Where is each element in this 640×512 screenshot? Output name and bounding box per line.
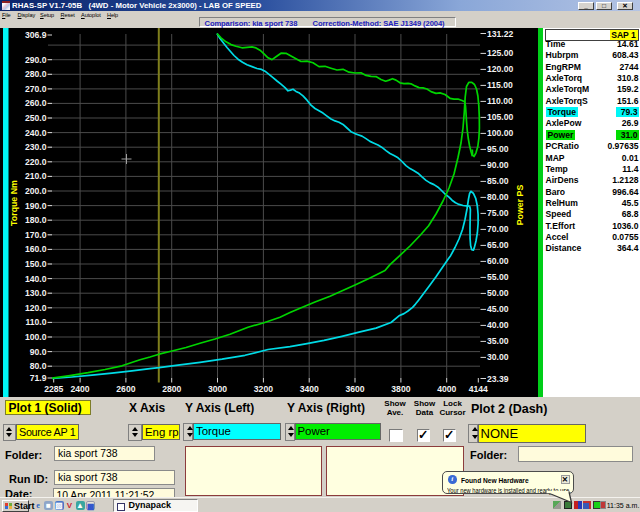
svg-text:30.00: 30.00 [487,352,509,362]
svg-text:270.0: 270.0 [25,84,47,94]
svg-text:210.0: 210.0 [25,171,47,181]
svg-text:250.0: 250.0 [25,113,47,123]
svg-text:150.0: 150.0 [25,259,47,269]
svg-text:23.39: 23.39 [487,374,509,384]
svg-text:110.00: 110.00 [487,96,513,106]
svg-text:160.0: 160.0 [25,244,47,254]
svg-text:2400: 2400 [71,384,90,394]
svg-text:120.0: 120.0 [25,303,47,313]
svg-text:125.00: 125.00 [487,48,514,58]
svg-text:105.00: 105.00 [487,112,514,122]
svg-text:85.00: 85.00 [487,176,509,186]
svg-text:290.0: 290.0 [25,55,47,65]
svg-text:80.00: 80.00 [487,192,509,202]
svg-text:75.00: 75.00 [487,208,509,218]
svg-text:3400: 3400 [300,384,319,394]
svg-text:90.0: 90.0 [30,347,47,357]
svg-text:55.00: 55.00 [487,272,509,282]
svg-text:90.00: 90.00 [487,160,509,170]
svg-text:2285: 2285 [44,384,63,394]
svg-text:220.0: 220.0 [25,157,47,167]
svg-text:71.9: 71.9 [30,373,47,383]
svg-text:Torque Nm: Torque Nm [9,180,19,226]
svg-text:2600: 2600 [116,384,135,394]
svg-text:50.00: 50.00 [487,288,509,298]
svg-text:130.0: 130.0 [25,288,47,298]
svg-text:35.00: 35.00 [487,336,509,346]
svg-text:170.0: 170.0 [25,230,47,240]
svg-text:65.00: 65.00 [487,240,509,250]
svg-text:3200: 3200 [254,384,273,394]
svg-text:60.00: 60.00 [487,256,509,266]
svg-text:190.0: 190.0 [25,201,47,211]
svg-text:80.0: 80.0 [30,361,47,371]
svg-text:120.00: 120.00 [487,64,514,74]
svg-text:260.0: 260.0 [25,98,47,108]
svg-text:115.00: 115.00 [487,80,513,90]
svg-text:95.00: 95.00 [487,144,509,154]
svg-text:110.0: 110.0 [25,317,46,327]
svg-text:240.0: 240.0 [25,128,47,138]
svg-text:100.00: 100.00 [487,128,514,138]
svg-text:4144: 4144 [469,384,488,394]
svg-text:100.0: 100.0 [25,332,47,342]
svg-text:2800: 2800 [162,384,181,394]
svg-text:180.0: 180.0 [25,215,47,225]
svg-text:140.0: 140.0 [25,274,47,284]
svg-text:3800: 3800 [391,384,410,394]
svg-text:306.9: 306.9 [25,30,47,40]
svg-text:4000: 4000 [437,384,456,394]
svg-text:3000: 3000 [208,384,227,394]
svg-text:200.0: 200.0 [25,186,47,196]
svg-text:45.00: 45.00 [487,304,509,314]
svg-text:131.22: 131.22 [487,29,514,39]
svg-text:70.00: 70.00 [487,224,509,234]
svg-text:3600: 3600 [345,384,364,394]
svg-text:280.0: 280.0 [25,69,47,79]
svg-text:40.00: 40.00 [487,320,509,330]
svg-text:Power PS: Power PS [515,185,525,226]
svg-text:230.0: 230.0 [25,142,47,152]
